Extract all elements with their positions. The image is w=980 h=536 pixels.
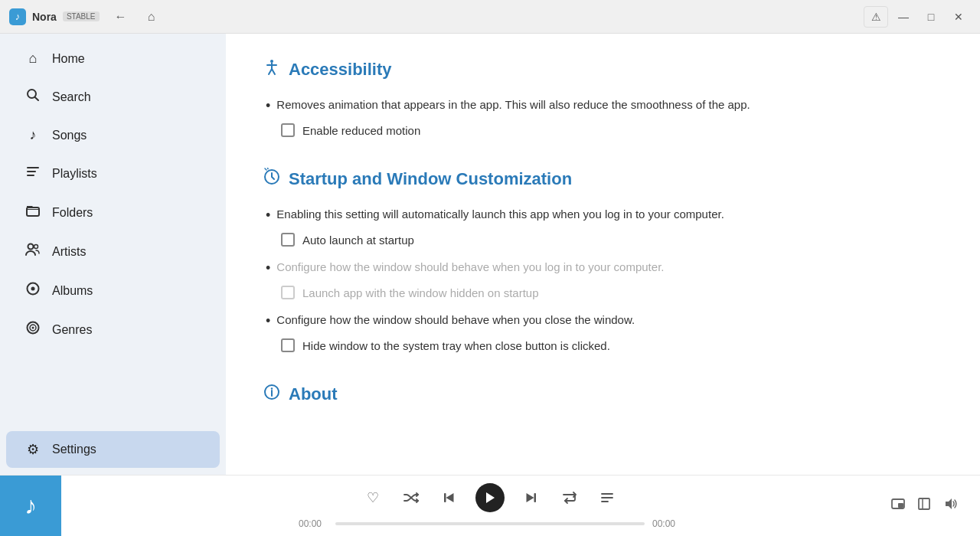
svg-point-12 xyxy=(32,327,34,329)
svg-rect-26 xyxy=(534,493,537,502)
svg-point-7 xyxy=(34,245,38,249)
startup-bullet1: • Enabling this setting will automatical… xyxy=(263,206,943,224)
reduced-motion-checkbox[interactable] xyxy=(281,123,295,137)
sidebar-item-albums[interactable]: Albums xyxy=(6,272,220,309)
titlebar-right: ⚠ — □ ✕ xyxy=(864,6,971,28)
sidebar-item-songs[interactable]: ♪ Songs xyxy=(6,117,220,153)
reduced-motion-row: Enable reduced motion xyxy=(281,123,943,137)
sidebar-item-label-artists: Artists xyxy=(52,245,86,259)
svg-marker-27 xyxy=(527,493,534,502)
progress-bar[interactable] xyxy=(335,522,645,525)
svg-line-16 xyxy=(269,69,272,74)
sidebar-item-search[interactable]: Search xyxy=(6,78,220,116)
reduced-motion-label[interactable]: Enable reduced motion xyxy=(302,124,420,137)
accessibility-title: Accessibility xyxy=(263,58,943,81)
bullet-dot-3: • xyxy=(266,260,270,276)
songs-icon: ♪ xyxy=(24,127,41,143)
home-button[interactable]: ⌂ xyxy=(139,6,164,28)
startup-bullet2-text: Configure how the window should behave w… xyxy=(276,259,664,276)
hidden-startup-row: Launch app with the window hidden on sta… xyxy=(281,286,943,299)
main-layout: ⌂ Home Search ♪ Songs xyxy=(0,34,980,475)
sidebar-item-settings[interactable]: ⚙ Settings xyxy=(6,431,220,468)
close-button[interactable]: ✕ xyxy=(946,6,971,28)
hide-tray-row: Hide window to the system tray when clos… xyxy=(281,338,943,352)
queue-button[interactable] xyxy=(595,485,619,510)
titlebar-nav: ← ⌂ xyxy=(109,6,164,28)
sidebar-item-label-albums: Albums xyxy=(52,284,93,298)
about-icon xyxy=(263,383,281,406)
titlebar: ♪ Nora STABLE ← ⌂ ⚠ — □ ✕ xyxy=(0,0,980,34)
fullscreen-button[interactable] xyxy=(914,494,934,518)
startup-bullet2: • Configure how the window should behave… xyxy=(263,259,943,276)
sidebar-spacer xyxy=(0,349,226,430)
startup-title: Startup and Window Customization xyxy=(263,168,943,191)
svg-rect-5 xyxy=(27,208,39,216)
auto-launch-label[interactable]: Auto launch at startup xyxy=(302,234,414,247)
about-title-text: About xyxy=(289,384,338,404)
time-current: 00:00 xyxy=(299,518,328,529)
settings-icon: ⚙ xyxy=(24,441,41,458)
minimize-button[interactable]: — xyxy=(891,6,916,28)
hidden-startup-label: Launch app with the window hidden on sta… xyxy=(302,286,539,299)
accessibility-bullet1: • Removes animation that appears in the … xyxy=(263,96,943,114)
hide-tray-label[interactable]: Hide window to the system tray when clos… xyxy=(302,339,610,352)
progress-row: 00:00 00:00 xyxy=(299,518,681,529)
miniplayer-button[interactable] xyxy=(888,494,908,518)
svg-line-1 xyxy=(35,97,38,100)
next-button[interactable] xyxy=(518,485,543,510)
app-name: Nora xyxy=(32,11,57,23)
sidebar-item-label-genres: Genres xyxy=(52,323,92,337)
album-art-icon: ♪ xyxy=(24,492,37,520)
auto-launch-row: Auto launch at startup xyxy=(281,233,943,247)
maximize-button[interactable]: □ xyxy=(919,6,943,28)
artists-icon xyxy=(24,243,41,260)
bullet-dot-1: • xyxy=(266,98,270,114)
player-right xyxy=(888,476,962,536)
sidebar-item-genres[interactable]: Genres xyxy=(6,311,220,348)
favorite-button[interactable]: ♡ xyxy=(361,485,385,510)
startup-bullet1-text: Enabling this setting will automatically… xyxy=(276,206,724,224)
sidebar-item-label-search: Search xyxy=(52,90,91,104)
time-total: 00:00 xyxy=(652,518,681,529)
app-icon: ♪ xyxy=(9,8,26,25)
svg-point-6 xyxy=(28,244,34,250)
sidebar-item-label-home: Home xyxy=(52,52,85,66)
accessibility-section: Accessibility • Removes animation that a… xyxy=(263,58,943,137)
accessibility-title-text: Accessibility xyxy=(289,60,392,80)
home-icon: ⌂ xyxy=(24,51,41,67)
shuffle-button[interactable] xyxy=(399,485,423,510)
svg-line-18 xyxy=(269,64,270,65)
repeat-button[interactable] xyxy=(557,485,581,510)
svg-line-17 xyxy=(272,69,275,74)
svg-marker-24 xyxy=(446,493,454,502)
sidebar-item-folders[interactable]: Folders xyxy=(6,194,220,231)
svg-rect-23 xyxy=(444,493,446,502)
bullet-dot-4: • xyxy=(266,313,270,329)
startup-bullet3-text: Configure how the window should behave w… xyxy=(276,312,635,329)
sidebar-item-label-playlists: Playlists xyxy=(52,167,97,181)
play-button[interactable] xyxy=(475,483,505,512)
auto-launch-checkbox[interactable] xyxy=(281,233,295,247)
alert-button[interactable]: ⚠ xyxy=(864,6,888,28)
accessibility-icon xyxy=(263,58,281,81)
startup-icon xyxy=(263,168,281,191)
player-controls: ♡ xyxy=(361,483,619,512)
sidebar: ⌂ Home Search ♪ Songs xyxy=(0,34,226,475)
bullet-dot-2: • xyxy=(266,208,270,224)
sidebar-item-artists[interactable]: Artists xyxy=(6,233,220,270)
sidebar-item-home[interactable]: ⌂ Home xyxy=(6,41,220,77)
svg-point-13 xyxy=(270,60,273,63)
hide-tray-checkbox[interactable] xyxy=(281,338,295,352)
volume-button[interactable] xyxy=(940,494,962,518)
svg-marker-35 xyxy=(946,498,952,509)
album-art: ♪ xyxy=(0,476,61,537)
prev-button[interactable] xyxy=(437,485,462,510)
sidebar-item-playlists[interactable]: Playlists xyxy=(6,155,220,192)
back-button[interactable]: ← xyxy=(109,6,133,28)
sidebar-item-label-settings: Settings xyxy=(52,443,96,456)
titlebar-left: ♪ Nora STABLE xyxy=(9,8,100,25)
sidebar-item-label-folders: Folders xyxy=(52,206,93,220)
genres-icon xyxy=(24,321,41,338)
player-left: ♪ xyxy=(0,476,61,536)
player-bar: ♪ ♡ xyxy=(0,475,980,536)
